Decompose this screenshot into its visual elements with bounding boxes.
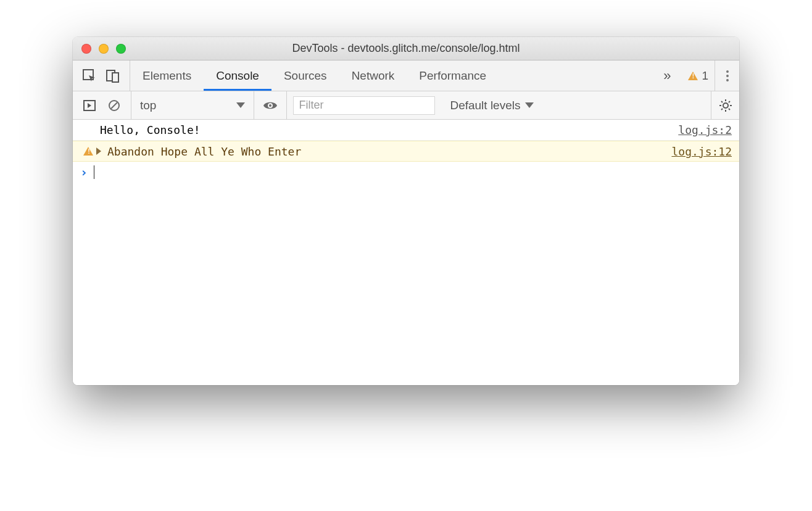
svg-rect-2 [112,73,118,82]
execution-context-select[interactable]: top [131,91,254,119]
console-output: Hello, Console! log.js:2 Abandon Hope Al… [73,120,739,385]
chevron-down-icon [236,102,245,108]
warning-count: 1 [702,69,708,83]
zoom-window-button[interactable] [116,44,126,54]
prompt-chevron-icon: › [80,165,88,180]
log-gutter [80,147,96,156]
log-source-link[interactable]: log.js:12 [671,145,732,158]
filter-input-wrapper [293,96,435,115]
tabs-overflow-button[interactable]: » [652,60,682,91]
toggle-sidebar-icon[interactable] [81,98,97,114]
svg-line-16 [729,101,730,102]
console-prompt[interactable]: › [73,162,739,183]
live-expression-button[interactable] [254,91,287,119]
main-tabs-row: Elements Console Sources Network Perform… [73,60,739,91]
window-title: DevTools - devtools.glitch.me/console/lo… [73,42,739,55]
gear-icon [719,99,732,112]
warnings-count-badge[interactable]: 1 [682,60,715,91]
log-message: Abandon Hope All Ye Who Enter [104,145,671,158]
chevron-down-icon [525,102,534,108]
svg-line-14 [729,109,730,110]
close-window-button[interactable] [81,44,91,54]
console-settings-button[interactable] [711,91,739,119]
inspect-element-icon[interactable] [81,68,97,84]
warning-icon [83,147,93,156]
devtools-window: DevTools - devtools.glitch.me/console/lo… [73,37,739,385]
tab-console[interactable]: Console [204,60,271,91]
context-label: top [140,99,156,112]
titlebar: DevTools - devtools.glitch.me/console/lo… [73,37,739,60]
traffic-lights [73,44,126,54]
warning-icon [688,72,698,80]
tab-performance[interactable]: Performance [407,60,499,91]
tab-network[interactable]: Network [339,60,407,91]
minimize-window-button[interactable] [99,44,109,54]
console-log-line: Hello, Console! log.js:2 [73,120,739,141]
tab-sources[interactable]: Sources [271,60,339,91]
eye-icon [263,100,278,111]
expand-arrow-icon[interactable] [96,147,101,155]
console-sidebar-controls [73,91,131,119]
log-source-link[interactable]: log.js:2 [678,123,732,136]
filter-input[interactable] [293,96,435,115]
panel-tabs: Elements Console Sources Network Perform… [130,60,652,91]
svg-line-15 [721,109,723,110]
kebab-icon [726,70,729,81]
settings-menu-button[interactable] [715,60,739,91]
log-levels-select[interactable]: Default levels [441,99,711,112]
tab-elements[interactable]: Elements [130,60,204,91]
log-message: Hello, Console! [96,123,678,136]
clear-console-icon[interactable] [106,98,122,114]
input-caret [94,165,94,179]
console-warn-line: Abandon Hope All Ye Who Enter log.js:12 [73,141,739,162]
chevron-double-right-icon: » [663,68,671,84]
device-toolbar-icon[interactable] [105,68,121,84]
svg-point-7 [269,104,271,107]
inspect-tools [73,60,130,91]
levels-label: Default levels [450,99,520,112]
console-toolbar: top Default levels [73,91,739,120]
svg-line-13 [721,101,723,102]
svg-line-5 [111,102,117,109]
svg-point-8 [723,103,728,108]
